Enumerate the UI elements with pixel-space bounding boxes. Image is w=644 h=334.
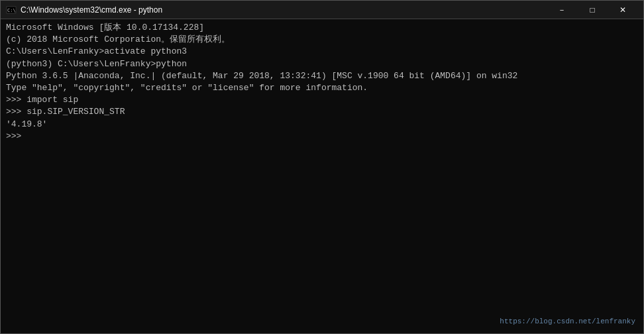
terminal-line: (c) 2018 Microsoft Corporation。保留所有权利。: [6, 34, 638, 46]
terminal-line: '4.19.8': [6, 119, 638, 131]
cmd-window: C:\ C:\Windows\system32\cmd.exe - python…: [0, 0, 644, 334]
cmd-icon: C:\: [6, 5, 17, 15]
close-icon: ✕: [619, 6, 626, 14]
svg-text:C:\: C:\: [7, 8, 16, 13]
terminal-body[interactable]: Microsoft Windows [版本 10.0.17134.228](c)…: [1, 19, 643, 333]
watermark: https://blog.csdn.net/lenfranky: [500, 317, 635, 325]
close-button[interactable]: ✕: [608, 1, 638, 19]
minimize-icon: －: [558, 6, 566, 14]
title-bar: C:\ C:\Windows\system32\cmd.exe - python…: [1, 1, 643, 19]
terminal-line: Python 3.6.5 |Anaconda, Inc.| (default, …: [6, 70, 638, 82]
terminal-line: C:\Users\LenFranky>activate python3: [6, 46, 638, 58]
terminal-line: >>> sip.SIP_VERSION_STR: [6, 106, 638, 118]
terminal-line: >>> import sip: [6, 94, 638, 106]
terminal-output: Microsoft Windows [版本 10.0.17134.228](c)…: [6, 22, 638, 142]
minimize-button[interactable]: －: [547, 1, 577, 19]
terminal-line: Type "help", "copyright", "credits" or "…: [6, 82, 638, 94]
window-controls: － □ ✕: [547, 1, 638, 19]
terminal-line: (python3) C:\Users\LenFranky>python: [6, 58, 638, 70]
terminal-line: >>>: [6, 131, 638, 142]
window-title: C:\Windows\system32\cmd.exe - python: [21, 5, 547, 15]
terminal-line: Microsoft Windows [版本 10.0.17134.228]: [6, 22, 638, 34]
maximize-icon: □: [590, 6, 594, 14]
maximize-button[interactable]: □: [577, 1, 608, 19]
